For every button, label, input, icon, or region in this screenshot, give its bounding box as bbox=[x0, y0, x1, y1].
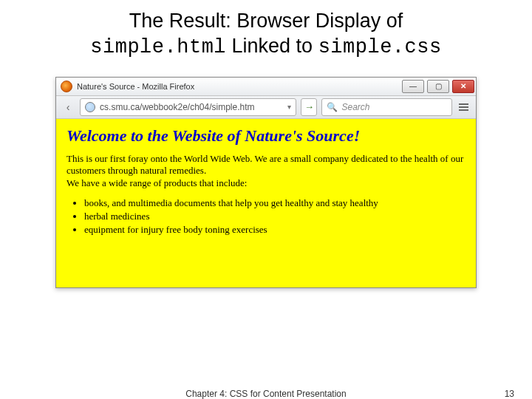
back-button[interactable]: ‹ bbox=[61, 99, 75, 115]
browser-window: Nature's Source - Mozilla Firefox — ▢ ✕ … bbox=[55, 77, 477, 288]
list-item: books, and multimedia documents that hel… bbox=[84, 197, 466, 209]
slide-page-number: 13 bbox=[505, 389, 514, 399]
url-text: cs.smu.ca/webbook2e/ch04/simple.htm bbox=[100, 102, 283, 112]
search-placeholder: Search bbox=[341, 102, 369, 112]
go-button[interactable]: → bbox=[301, 98, 317, 116]
search-bar[interactable]: 🔍 Search bbox=[321, 98, 451, 116]
close-button[interactable]: ✕ bbox=[452, 80, 474, 93]
page-heading: Welcome to the Website of Nature's Sourc… bbox=[66, 126, 466, 146]
hamburger-menu-button[interactable] bbox=[457, 99, 471, 115]
slide-title: The Result: Browser Display of simple.ht… bbox=[0, 9, 532, 61]
para-line-2: We have a wide range of products that in… bbox=[66, 177, 247, 188]
window-title-text: Nature's Source - Mozilla Firefox bbox=[77, 82, 402, 91]
list-item: equipment for injury free body toning ex… bbox=[84, 224, 466, 236]
maximize-button[interactable]: ▢ bbox=[427, 80, 449, 93]
browser-toolbar: ‹ cs.smu.ca/webbook2e/ch04/simple.htm ▾ … bbox=[56, 96, 476, 119]
hamburger-line-icon bbox=[459, 109, 468, 111]
hamburger-line-icon bbox=[459, 103, 468, 105]
title-mid: Linked to bbox=[226, 35, 318, 57]
window-titlebar: Nature's Source - Mozilla Firefox — ▢ ✕ bbox=[56, 78, 476, 96]
globe-icon bbox=[85, 102, 95, 112]
page-list: books, and multimedia documents that hel… bbox=[66, 197, 466, 236]
title-mono-2: simple.css bbox=[318, 36, 442, 58]
minimize-button[interactable]: — bbox=[402, 80, 424, 93]
list-item: herbal medicines bbox=[84, 211, 466, 222]
hamburger-line-icon bbox=[459, 106, 468, 108]
address-bar[interactable]: cs.smu.ca/webbook2e/ch04/simple.htm ▾ bbox=[80, 98, 296, 116]
page-paragraph: This is our first foray onto the World W… bbox=[66, 153, 466, 191]
search-icon: 🔍 bbox=[327, 102, 338, 112]
url-dropdown-icon[interactable]: ▾ bbox=[287, 103, 291, 111]
para-line-1: This is our first foray onto the World W… bbox=[66, 153, 463, 177]
page-viewport: Welcome to the Website of Nature's Sourc… bbox=[56, 119, 476, 287]
slide-footer: Chapter 4: CSS for Content Presentation bbox=[0, 389, 532, 399]
firefox-icon bbox=[61, 81, 72, 92]
title-mono-1: simple.html bbox=[90, 36, 226, 58]
title-line1: The Result: Browser Display of bbox=[129, 10, 403, 32]
